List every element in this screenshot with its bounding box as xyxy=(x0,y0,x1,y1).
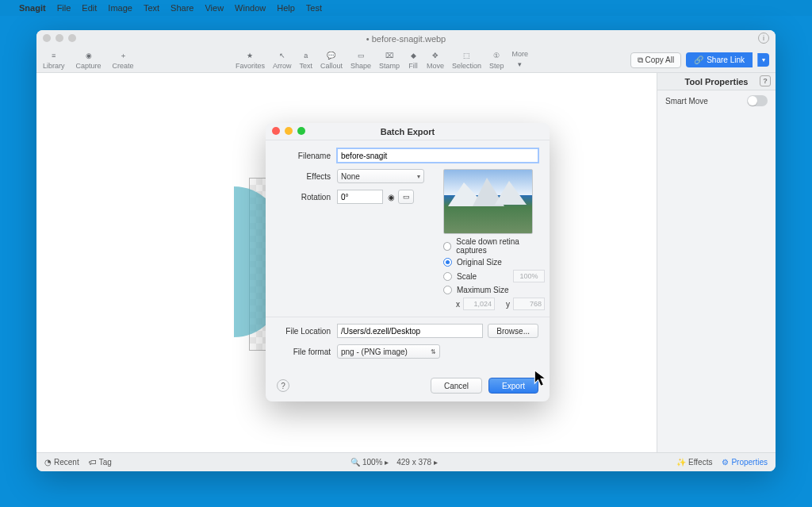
properties-button[interactable]: ⚙Properties xyxy=(722,458,768,467)
step-label: Step xyxy=(489,62,504,70)
dim-x-label: x xyxy=(456,300,460,309)
rotation-preset-button[interactable]: ▭ xyxy=(398,190,414,204)
help-icon[interactable]: ? xyxy=(760,75,771,86)
step-tool[interactable]: ①Step xyxy=(489,50,504,70)
selection-tool[interactable]: ⬚Selection xyxy=(452,50,481,70)
rotation-dial-icon[interactable]: ◉ xyxy=(388,193,395,202)
info-button[interactable]: i xyxy=(758,33,769,44)
dialog-zoom-icon[interactable] xyxy=(297,127,305,135)
capture-icon: ◉ xyxy=(83,50,94,61)
menu-app-name[interactable]: Snagit xyxy=(19,3,46,13)
updown-icon: ⇅ xyxy=(431,348,436,355)
preview-image xyxy=(443,169,533,234)
share-dropdown-button[interactable]: ▾ xyxy=(757,53,769,67)
effects-value: None xyxy=(341,172,360,181)
library-label: Library xyxy=(43,62,65,70)
scale-retina-radio[interactable] xyxy=(443,242,451,251)
shape-icon: ▭ xyxy=(355,50,366,61)
menu-edit[interactable]: Edit xyxy=(82,3,97,13)
stamp-tool[interactable]: ⌧Stamp xyxy=(379,50,400,70)
fill-tool[interactable]: ◆Fill xyxy=(408,50,419,70)
copy-all-button[interactable]: ⧉Copy All xyxy=(630,52,682,68)
close-icon[interactable] xyxy=(43,34,51,42)
selection-icon: ⬚ xyxy=(462,50,473,61)
menu-window[interactable]: Window xyxy=(235,3,266,13)
window-titlebar: • before-snagit.webp i xyxy=(36,30,776,48)
cancel-button[interactable]: Cancel xyxy=(431,378,482,394)
export-button[interactable]: Export xyxy=(488,378,538,394)
effects-button[interactable]: ✨Effects xyxy=(676,458,712,467)
capture-button[interactable]: ◉Capture xyxy=(76,50,102,70)
favorites-label: Favorites xyxy=(236,62,265,70)
filename-label: Filename xyxy=(277,152,337,160)
search-icon: 🔍 xyxy=(350,458,360,467)
minimize-icon[interactable] xyxy=(56,34,63,42)
fill-label: Fill xyxy=(408,62,418,70)
wand-icon: ✨ xyxy=(676,458,686,467)
dialog-help-button[interactable]: ? xyxy=(277,379,289,392)
dim-x-input[interactable] xyxy=(463,298,495,310)
menu-share[interactable]: Share xyxy=(170,3,193,13)
menubar: Snagit File Edit Image Text Share View W… xyxy=(0,0,812,16)
dim-y-label: y xyxy=(506,300,510,309)
dialog-close-icon[interactable] xyxy=(272,127,280,135)
fill-icon: ◆ xyxy=(408,50,419,61)
batch-export-dialog: Batch Export Filename Effects None ▾ Rot… xyxy=(266,123,550,401)
file-format-select[interactable]: png - (PNG image) ⇅ xyxy=(337,344,440,359)
move-label: Move xyxy=(427,62,444,70)
menu-text[interactable]: Text xyxy=(144,3,159,13)
file-location-input[interactable] xyxy=(337,324,483,338)
toolbar: ≡Library ◉Capture ＋Create ★Favorites ↖Ar… xyxy=(36,48,776,73)
recent-button[interactable]: ◔Recent xyxy=(44,458,79,467)
arrow-tool[interactable]: ↖Arrow xyxy=(273,50,292,70)
plus-icon: ＋ xyxy=(117,50,128,61)
library-button[interactable]: ≡Library xyxy=(43,50,65,70)
browse-button[interactable]: Browse... xyxy=(488,324,538,338)
recent-label: Recent xyxy=(54,458,79,467)
copy-icon: ⧉ xyxy=(638,56,643,65)
properties-label: Properties xyxy=(731,458,768,467)
original-size-radio[interactable] xyxy=(443,258,452,267)
dialog-minimize-icon[interactable] xyxy=(285,127,293,135)
scale-percent-input[interactable] xyxy=(513,270,545,282)
max-size-label: Maximum Size xyxy=(457,286,509,294)
chevron-down-icon: ▾ xyxy=(515,59,526,70)
smart-move-toggle[interactable] xyxy=(747,95,768,106)
callout-tool[interactable]: 💬Callout xyxy=(320,50,343,70)
rotation-input[interactable] xyxy=(337,190,383,204)
arrow-label: Arrow xyxy=(273,62,292,70)
selection-label: Selection xyxy=(452,62,481,70)
scale-radio[interactable] xyxy=(443,272,452,281)
effects-select[interactable]: None ▾ xyxy=(337,169,424,183)
menu-view[interactable]: View xyxy=(205,3,224,13)
original-size-label: Original Size xyxy=(457,258,502,267)
shape-tool[interactable]: ▭Shape xyxy=(350,50,371,70)
menu-icon: ≡ xyxy=(48,50,59,61)
filename-input[interactable] xyxy=(337,148,538,163)
dimensions-control[interactable]: 429 x 378 ▸ xyxy=(396,458,438,467)
favorites-tool[interactable]: ★Favorites xyxy=(236,50,265,70)
menu-test[interactable]: Test xyxy=(306,3,322,13)
create-button[interactable]: ＋Create xyxy=(113,50,134,70)
menu-help[interactable]: Help xyxy=(277,3,295,13)
effects-label: Effects xyxy=(688,458,712,467)
zoom-icon[interactable] xyxy=(68,34,76,42)
zoom-control[interactable]: 🔍100% ▸ xyxy=(350,458,389,467)
more-tools-button[interactable]: More▾ xyxy=(512,50,529,70)
tag-button[interactable]: 🏷Tag xyxy=(89,458,112,467)
effects-label: Effects xyxy=(277,172,337,181)
menu-image[interactable]: Image xyxy=(108,3,132,13)
callout-label: Callout xyxy=(320,62,343,70)
callout-icon: 💬 xyxy=(326,50,337,61)
share-link-button[interactable]: 🔗Share Link xyxy=(686,52,753,67)
menu-file[interactable]: File xyxy=(57,3,71,13)
traffic-lights xyxy=(43,34,76,42)
properties-panel-header: Tool Properties ? xyxy=(657,73,776,90)
dim-y-input[interactable] xyxy=(513,298,545,310)
share-link-label: Share Link xyxy=(707,56,745,64)
stamp-label: Stamp xyxy=(379,62,400,70)
text-tool[interactable]: aText xyxy=(299,50,312,70)
link-icon: 🔗 xyxy=(694,56,703,64)
move-tool[interactable]: ✥Move xyxy=(427,50,444,70)
max-size-radio[interactable] xyxy=(443,286,452,294)
